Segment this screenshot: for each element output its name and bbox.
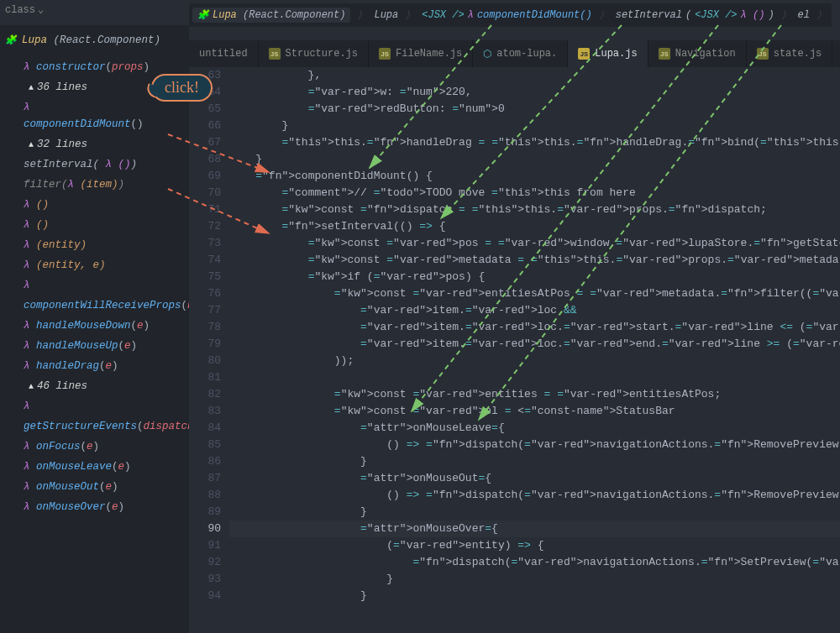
sidebar-item[interactable]: componentWillReceiveProps(n) — [5, 296, 184, 316]
code-line[interactable]: ="kw">const ="var-red">entities = ="var-… — [229, 386, 840, 403]
sidebar-item[interactable]: 46 lines — [5, 376, 184, 396]
line-number[interactable]: 65 — [189, 101, 221, 118]
code-line[interactable]: ="kw">const ="fn">dispatch = ="this">thi… — [229, 201, 840, 218]
line-number[interactable]: 82 — [189, 386, 221, 403]
code-line[interactable]: ="var-red">item.="var-red">loc.="var-red… — [229, 336, 840, 353]
line-number[interactable]: 86 — [189, 453, 221, 470]
line-number[interactable]: 90 — [189, 521, 221, 537]
code-line[interactable]: ="var-red">item.="var-red">loc && — [229, 302, 840, 319]
editor-tab[interactable]: JSStructure.js — [259, 40, 369, 67]
line-number[interactable]: 85 — [189, 437, 221, 453]
editor-tab[interactable]: ⬡atom-lupa. — [473, 40, 568, 67]
sidebar-item[interactable]: λ (entity) — [5, 235, 184, 255]
line-number[interactable]: 70 — [189, 185, 221, 201]
editor-tab[interactable]: JSFileName.js — [369, 40, 473, 67]
sidebar-item[interactable]: λ handleDrag(e) — [5, 356, 184, 376]
sidebar-item[interactable]: λ () — [5, 215, 184, 235]
sidebar-item[interactable]: setInterval( λ ()) — [5, 154, 184, 175]
editor-tab[interactable]: JSstate.js — [747, 40, 833, 67]
code-line[interactable]: ="var-red">item.="var-red">loc.="var-red… — [229, 319, 840, 336]
sidebar-item[interactable]: 32 lines — [5, 134, 184, 154]
line-number[interactable]: 84 — [189, 420, 221, 437]
code-line[interactable]: () => ="fn">dispatch(="var-red">navigati… — [229, 487, 840, 504]
code-line[interactable]: ="kw">const ="var-red">metadata = ="this… — [229, 252, 840, 269]
code-editor[interactable]: }, ="var-red">w: ="num">220, ="var-red">… — [229, 67, 840, 633]
line-number[interactable]: 88 — [189, 487, 221, 504]
sidebar-item[interactable]: λcomponentDidMount() — [5, 97, 184, 134]
class-dropdown[interactable]: class ⌄ — [5, 3, 44, 16]
code-line[interactable]: } — [229, 118, 840, 134]
line-number[interactable]: 89 — [189, 504, 221, 521]
line-number[interactable]: 78 — [189, 319, 221, 336]
code-line[interactable]: ="attr">onMouseLeave={ — [229, 420, 840, 437]
code-line[interactable]: () => ="fn">dispatch(="var-red">navigati… — [229, 437, 840, 453]
line-number[interactable]: 87 — [189, 470, 221, 487]
line-number[interactable]: 71 — [189, 201, 221, 218]
line-number[interactable]: 72 — [189, 218, 221, 235]
code-line[interactable]: } — [229, 504, 840, 521]
code-line[interactable]: ="fn">componentDidMount() { — [229, 168, 840, 185]
code-line[interactable]: } — [229, 571, 840, 588]
code-line[interactable]: )); — [229, 353, 840, 369]
code-line[interactable]: (="var-red">entity) => { — [229, 537, 840, 554]
code-line[interactable]: ="attr">onMouseOver={ — [229, 521, 840, 537]
sidebar-item[interactable]: λ onMouseLeave(e) — [5, 457, 184, 477]
code-line[interactable]: } — [229, 453, 840, 470]
sidebar-item[interactable]: λ onFocus(e) — [5, 437, 184, 457]
code-line[interactable]: ="fn">dispatch(="var-red">navigationActi… — [229, 554, 840, 571]
line-number[interactable]: 66 — [189, 118, 221, 134]
code-line[interactable]: ="comment">// ="todo">TODO move ="this">… — [229, 185, 840, 201]
line-number[interactable]: 79 — [189, 336, 221, 353]
code-line[interactable]: } — [229, 588, 840, 604]
line-number[interactable]: 93 — [189, 571, 221, 588]
line-number[interactable]: 94 — [189, 588, 221, 604]
sidebar-item[interactable]: filter(λ (item)) — [5, 175, 184, 195]
breadcrumb-lupa[interactable]: Lupa — [374, 9, 398, 21]
sidebar-item[interactable]: λ onMouseOut(e) — [5, 477, 184, 497]
code-line[interactable]: ="var-red">w: ="num">220, — [229, 84, 840, 101]
editor-tab[interactable]: JSLupa.js — [568, 40, 648, 67]
breadcrumb-cdm[interactable]: <JSX /> λ componentDidMount() — [422, 9, 591, 21]
sidebar-item[interactable]: λ () — [5, 195, 184, 215]
line-number[interactable]: 92 — [189, 554, 221, 571]
sidebar-item[interactable]: λ handleMouseDown(e) — [5, 316, 184, 336]
sidebar-item[interactable]: λ (entity, e) — [5, 255, 184, 275]
code-line[interactable]: ="attr">onMouseOut={ — [229, 470, 840, 487]
line-number[interactable]: 68 — [189, 151, 221, 168]
code-line[interactable]: ="this">this.="fn">handleDrag = ="this">… — [229, 134, 840, 151]
line-number[interactable]: 67 — [189, 134, 221, 151]
code-line[interactable]: } — [229, 151, 840, 168]
js-icon: JS — [379, 48, 391, 60]
editor-tab[interactable]: untitled — [189, 40, 259, 67]
code-line[interactable] — [229, 369, 840, 386]
code-line[interactable]: }, — [229, 67, 840, 84]
line-number[interactable]: 69 — [189, 168, 221, 185]
breadcrumb-root[interactable]: Lupa (React.Component) — [192, 8, 350, 23]
sidebar-item[interactable]: λ onMouseOver(e) — [5, 497, 184, 517]
code-line[interactable]: ="kw">const ="var-red">el = <="const-nam… — [229, 403, 840, 420]
line-number[interactable]: 76 — [189, 285, 221, 302]
line-number[interactable]: 91 — [189, 537, 221, 554]
line-number[interactable]: 83 — [189, 403, 221, 420]
line-number[interactable]: 74 — [189, 252, 221, 269]
sidebar-item[interactable]: getStructureEvents(dispatch, metadata) — [5, 416, 184, 437]
sidebar-item[interactable]: λ — [5, 396, 184, 416]
code-line[interactable]: ="kw">const ="var-red">pos = ="var-red">… — [229, 235, 840, 252]
code-line[interactable]: ="fn">setInterval(() => { — [229, 218, 840, 235]
line-number[interactable]: 73 — [189, 235, 221, 252]
code-line[interactable]: ="var-red">redButton: ="num">0 — [229, 101, 840, 118]
line-number[interactable]: 77 — [189, 302, 221, 319]
sidebar-item[interactable]: λ — [5, 275, 184, 296]
breadcrumb-setinterval[interactable]: setInterval(<JSX /> λ ()) — [616, 9, 774, 21]
sidebar-item[interactable]: λ constructor(props) — [5, 57, 184, 77]
sidebar-item[interactable]: λ handleMouseUp(e) — [5, 336, 184, 356]
line-number[interactable]: 80 — [189, 353, 221, 369]
breadcrumb: Lupa (React.Component) 〉 Lupa 〉 <JSX /> … — [189, 3, 832, 27]
line-number[interactable]: 81 — [189, 369, 221, 386]
code-line[interactable]: ="kw">if (="var-red">pos) { — [229, 269, 840, 285]
line-number[interactable]: 75 — [189, 269, 221, 285]
breadcrumb-el[interactable]: el — [798, 9, 810, 21]
editor-tab[interactable]: JSNavigation — [648, 40, 747, 67]
sidebar-header[interactable]: Lupa (React.Component) — [5, 32, 184, 49]
code-line[interactable]: ="kw">const ="var-red">entitiesAtPos = =… — [229, 285, 840, 302]
